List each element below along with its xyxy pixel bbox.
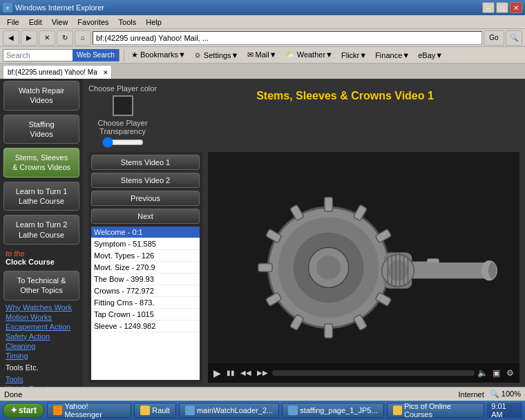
tab-label: bf:(42295 unread) Yahoo! Mail, ... <box>8 68 97 76</box>
chapter-welcome[interactable]: Welcome - 0:1 <box>91 227 200 238</box>
toolbar-flickr[interactable]: Flickr▼ <box>338 51 370 59</box>
sidebar-btn-stems[interactable]: Stems, Sleeves& Crowns Videos <box>3 148 79 178</box>
search-nav-button[interactable]: 🔍 <box>506 30 522 46</box>
ie-icon-1 <box>185 405 195 415</box>
stop-button[interactable]: ▮▮ <box>225 369 236 376</box>
player-color-section: Choose Player color Choose PlayerTranspa… <box>88 84 157 146</box>
taskbar: ✦ start Yahoo! Messenger Rault mainWatch… <box>0 401 525 420</box>
toolbar-ebay[interactable]: eBay▼ <box>415 51 446 59</box>
menu-view[interactable]: View <box>48 17 73 28</box>
taskbar-time: 9:01 AM <box>491 402 518 419</box>
previous-button[interactable]: Previous <box>91 191 200 206</box>
status-text: Done <box>4 390 22 399</box>
tab-bar: bf:(42295 unread) Yahoo! Mail, ... ✕ <box>0 64 525 79</box>
chapter-tap-crown[interactable]: Tap Crown - 1015 <box>91 309 200 321</box>
sidebar-link-safety[interactable]: Safety Action <box>0 332 83 341</box>
sidebar-link-tools[interactable]: Tools <box>0 374 83 384</box>
search-button[interactable]: Web Search <box>73 49 119 61</box>
svg-point-23 <box>388 260 408 280</box>
menu-edit[interactable]: Edit <box>25 17 46 28</box>
sidebar-link-cleaning[interactable]: Cleaning <box>0 341 83 351</box>
sidebar-btn-technical[interactable]: To Technical &Other Topics <box>3 271 79 300</box>
sidebar-link-timing[interactable]: Timing <box>0 351 83 361</box>
sidebar-btn-lathe1[interactable]: Learn to Turn 1Lathe Course <box>3 182 79 211</box>
sidebar-link-why-watches[interactable]: Why Watches Work <box>0 303 83 312</box>
play-button[interactable]: ▶ <box>212 368 222 379</box>
chapter-crowns[interactable]: Crowns - 772.972 <box>91 285 200 297</box>
chapter-fitting[interactable]: Fitting Crns - 873. <box>91 297 200 309</box>
tab-close-button[interactable]: ✕ <box>103 69 108 76</box>
status-bar: Done Internet 🔍 100% <box>0 387 525 401</box>
skip-forward-button[interactable]: ▶▶ <box>256 369 269 376</box>
video-panel-row: Stems Video 1 Stems Video 2 Previous Nex… <box>88 152 519 383</box>
title-bar: e Windows Internet Explorer – □ ✕ <box>0 0 525 15</box>
video-frame <box>208 152 519 363</box>
folder-icon <box>140 405 150 415</box>
start-button[interactable]: ✦ start <box>3 403 44 418</box>
svg-rect-20 <box>404 262 490 278</box>
window-title: Windows Internet Explorer <box>15 3 104 12</box>
fullscreen-icon[interactable]: ▣ <box>490 368 502 379</box>
taskbar-item-messenger[interactable]: Yahoo! Messenger <box>47 403 131 418</box>
menu-bar: File Edit View Favorites Tools Help <box>0 15 525 29</box>
player-transparency-slider[interactable] <box>102 138 144 146</box>
forward-button[interactable]: ▶ <box>21 30 37 46</box>
chapter-movt-size[interactable]: Movt. Size - 270.9 <box>91 262 200 274</box>
sidebar-btn-lathe2[interactable]: Learn to Turn 2Lathe Course <box>3 215 79 245</box>
settings-icon[interactable]: ⚙ <box>504 368 515 379</box>
sidebar-clock-title[interactable]: Clock Course <box>0 258 83 269</box>
maximize-button[interactable]: □ <box>496 2 508 13</box>
stop-button[interactable]: ✕ <box>39 30 55 46</box>
stems-video-2-button[interactable]: Stems Video 2 <box>91 173 200 188</box>
menu-file[interactable]: File <box>3 17 23 28</box>
svg-rect-13 <box>258 263 272 271</box>
player-controls-row: Choose Player color Choose PlayerTranspa… <box>88 84 519 146</box>
player-color-picker[interactable] <box>113 95 133 116</box>
sidebar-btn-staffing[interactable]: StaffingVideos <box>3 115 79 144</box>
sidebar-btn-watch-repair[interactable]: Watch RepairVideos <box>3 81 79 111</box>
stems-video-1-button[interactable]: Stems Video 1 <box>91 155 200 170</box>
chapter-bow[interactable]: The Bow - 399.93 <box>91 274 200 285</box>
toolbar-weather[interactable]: ⛅ Weather▼ <box>283 50 336 59</box>
home-button[interactable]: ⌂ <box>75 30 91 46</box>
nav-bar: ◀ ▶ ✕ ↻ ⌂ bf:(42295 unread) Yahoo! Mail,… <box>0 29 525 47</box>
sidebar-link-motion[interactable]: Motion Works <box>0 312 83 322</box>
tab-yahoo-mail[interactable]: bf:(42295 unread) Yahoo! Mail, ... ✕ <box>3 65 112 79</box>
address-text: bf:(42295 unread) Yahoo! Mail, ... <box>96 34 209 42</box>
next-button[interactable]: Next <box>91 209 200 224</box>
toolbar-mail[interactable]: ✉ Mail▼ <box>245 50 280 59</box>
close-button[interactable]: ✕ <box>510 2 522 13</box>
address-bar[interactable]: bf:(42295 unread) Yahoo! Mail, ... <box>93 31 482 45</box>
status-zoom: 🔍 100% <box>490 390 521 399</box>
progress-bar-container[interactable] <box>272 370 475 376</box>
refresh-button[interactable]: ↻ <box>57 30 73 46</box>
toolbar-finance[interactable]: Finance▼ <box>372 51 412 59</box>
status-right: Internet 🔍 100% <box>458 390 521 399</box>
toolbar-settings[interactable]: ⛭ Settings▼ <box>191 51 242 59</box>
toolbar-bookmarks[interactable]: ★ Bookmarks▼ <box>128 50 189 59</box>
video-screen[interactable] <box>208 152 519 363</box>
taskbar-item-pics[interactable]: Pics of Online Courses <box>387 403 485 418</box>
go-button[interactable]: Go <box>484 30 504 46</box>
chapter-sleeve[interactable]: Sleeve - 1249.982 <box>91 321 200 332</box>
chapter-movt-types[interactable]: Movt. Types - 126 <box>91 250 200 262</box>
volume-icon[interactable]: 🔈 <box>477 368 488 378</box>
search-input[interactable] <box>3 50 73 61</box>
menu-favorites[interactable]: Favorites <box>73 17 113 28</box>
taskbar-item-rault[interactable]: Rault <box>134 403 176 418</box>
video-title: Stems, Sleeves & Crowns Video 1 <box>171 84 519 102</box>
menu-tools[interactable]: Tools <box>115 17 141 28</box>
chapter-symptom[interactable]: Symptom - 51.585 <box>91 238 200 250</box>
sidebar-tools-label: Tools Etc. <box>0 361 83 374</box>
sidebar-link-escapement[interactable]: Escapement Action <box>0 322 83 332</box>
taskbar-item-staffing[interactable]: staffing_page_1_JP5... <box>282 403 383 418</box>
minimize-button[interactable]: – <box>482 2 495 13</box>
status-zone: Internet <box>458 390 484 399</box>
skip-back-button[interactable]: ◀◀ <box>239 369 253 376</box>
ie-icon-2 <box>288 405 298 415</box>
menu-help[interactable]: Help <box>142 17 166 28</box>
browser-icon: e <box>3 3 12 12</box>
taskbar-item-main-watchloader[interactable]: mainWatchLoader_2... <box>179 403 279 418</box>
back-button[interactable]: ◀ <box>3 30 19 46</box>
player-transparency-label: Choose PlayerTransparency <box>97 119 147 135</box>
